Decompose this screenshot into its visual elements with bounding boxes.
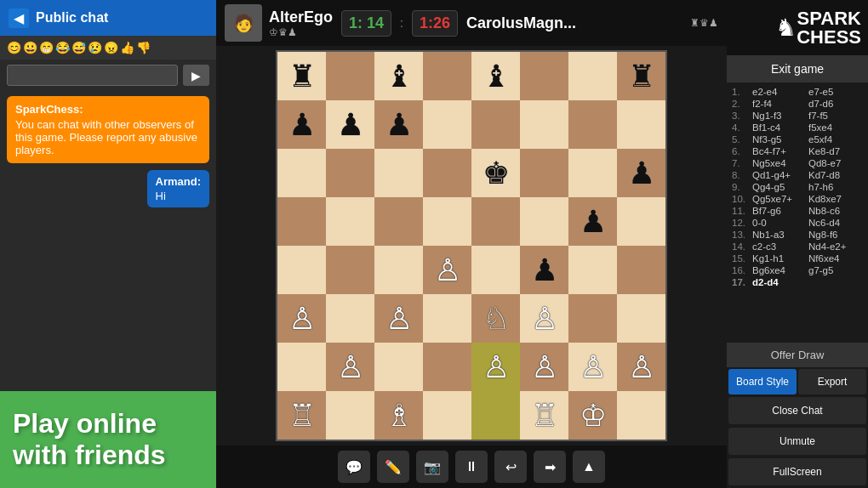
board-cell-14[interactable] bbox=[568, 100, 617, 149]
emoji-8[interactable]: 👍 bbox=[120, 41, 134, 54]
board-cell-11[interactable] bbox=[423, 100, 471, 149]
move-white[interactable]: Bf7-g6 bbox=[752, 206, 807, 216]
board-cell-54[interactable]: ♙ bbox=[568, 343, 617, 391]
move-white[interactable]: Qd1-g4+ bbox=[752, 170, 807, 180]
board-cell-12[interactable] bbox=[471, 100, 520, 149]
board-cell-29[interactable] bbox=[520, 197, 568, 246]
close-chat-button[interactable]: Close Chat bbox=[728, 397, 866, 424]
move-black[interactable]: e5xf4 bbox=[808, 134, 863, 145]
move-black[interactable]: Nc6-d4 bbox=[808, 218, 863, 228]
board-cell-48[interactable] bbox=[277, 343, 326, 391]
board-cell-28[interactable] bbox=[471, 197, 520, 246]
emoji-7[interactable]: 😠 bbox=[104, 41, 118, 54]
board-cell-3[interactable] bbox=[423, 52, 471, 100]
board-cell-60[interactable] bbox=[471, 391, 520, 440]
emoji-3[interactable]: 😁 bbox=[39, 41, 54, 54]
export-button[interactable]: Export bbox=[798, 369, 866, 394]
board-cell-41[interactable] bbox=[326, 294, 374, 343]
board-cell-30[interactable]: ♟ bbox=[568, 197, 617, 246]
board-cell-38[interactable] bbox=[568, 246, 617, 294]
move-black[interactable]: g7-g5 bbox=[808, 265, 863, 275]
board-cell-39[interactable] bbox=[617, 246, 665, 294]
board-cell-26[interactable] bbox=[374, 197, 423, 246]
exit-game-button[interactable]: Exit game bbox=[727, 55, 868, 82]
offer-draw-button[interactable]: Offer Draw bbox=[727, 343, 868, 367]
board-cell-2[interactable]: ♝ bbox=[374, 52, 423, 100]
board-cell-36[interactable] bbox=[471, 246, 520, 294]
board-cell-23[interactable]: ♟ bbox=[617, 149, 665, 197]
board-cell-5[interactable] bbox=[520, 52, 568, 100]
board-cell-61[interactable]: ♖ bbox=[520, 391, 568, 440]
board-cell-8[interactable]: ♟ bbox=[277, 100, 326, 149]
board-cell-43[interactable] bbox=[423, 294, 471, 343]
board-cell-50[interactable] bbox=[374, 343, 423, 391]
chat-back-button[interactable]: ◀ bbox=[9, 9, 29, 28]
board-cell-51[interactable] bbox=[423, 343, 471, 391]
board-cell-34[interactable] bbox=[374, 246, 423, 294]
board-cell-18[interactable] bbox=[374, 149, 423, 197]
move-black[interactable]: Kd8xe7 bbox=[808, 194, 863, 204]
board-cell-10[interactable]: ♟ bbox=[374, 100, 423, 149]
board-cell-17[interactable] bbox=[326, 149, 374, 197]
chat-toolbar-button[interactable]: 💬 bbox=[338, 451, 370, 483]
board-cell-4[interactable]: ♝ bbox=[471, 52, 520, 100]
emoji-6[interactable]: 😢 bbox=[88, 41, 102, 54]
move-black[interactable]: Ng8-f6 bbox=[808, 230, 863, 240]
board-cell-27[interactable] bbox=[423, 197, 471, 246]
board-cell-49[interactable]: ♙ bbox=[326, 343, 374, 391]
edit-toolbar-button[interactable]: ✏️ bbox=[377, 451, 409, 483]
board-cell-24[interactable] bbox=[277, 197, 326, 246]
move-black[interactable]: d7-d6 bbox=[808, 99, 863, 109]
pause-toolbar-button[interactable]: ⏸ bbox=[455, 451, 488, 483]
move-white[interactable]: Bf1-c4 bbox=[752, 122, 807, 133]
board-cell-47[interactable] bbox=[617, 294, 665, 343]
move-white[interactable]: e2-e4 bbox=[752, 87, 807, 97]
undo-toolbar-button[interactable]: ↩ bbox=[494, 451, 527, 483]
board-cell-13[interactable] bbox=[520, 100, 568, 149]
board-cell-46[interactable] bbox=[568, 294, 617, 343]
move-white[interactable]: 0-0 bbox=[752, 218, 807, 228]
board-cell-25[interactable] bbox=[326, 197, 374, 246]
fullscreen-button[interactable]: FullScreen bbox=[728, 458, 866, 485]
board-cell-53[interactable]: ♙ bbox=[520, 343, 568, 391]
move-white[interactable]: Nf3-g5 bbox=[752, 134, 807, 145]
board-cell-0[interactable]: ♜ bbox=[277, 52, 326, 100]
move-white[interactable]: d2-d4 bbox=[752, 277, 807, 287]
move-white[interactable]: Qg5xe7+ bbox=[752, 194, 807, 204]
emoji-5[interactable]: 😅 bbox=[71, 41, 86, 54]
move-white[interactable]: Bc4-f7+ bbox=[752, 146, 807, 156]
board-cell-16[interactable] bbox=[277, 149, 326, 197]
board-cell-63[interactable] bbox=[617, 391, 665, 440]
board-cell-1[interactable] bbox=[326, 52, 374, 100]
move-white[interactable]: f2-f4 bbox=[752, 99, 807, 109]
up-toolbar-button[interactable]: ▲ bbox=[573, 451, 605, 483]
chat-send-button[interactable]: ▶ bbox=[183, 65, 209, 86]
board-cell-55[interactable]: ♙ bbox=[617, 343, 665, 391]
redo-toolbar-button[interactable]: ➡ bbox=[534, 451, 566, 483]
board-cell-62[interactable]: ♔ bbox=[568, 391, 617, 440]
move-black[interactable]: Nf6xe4 bbox=[808, 253, 863, 264]
board-cell-35[interactable]: ♙ bbox=[423, 246, 471, 294]
board-cell-58[interactable]: ♗ bbox=[374, 391, 423, 440]
board-cell-21[interactable] bbox=[520, 149, 568, 197]
board-cell-52[interactable]: ♙ bbox=[471, 343, 520, 391]
unmute-button[interactable]: Unmute bbox=[728, 428, 866, 455]
move-black[interactable]: Nd4-e2+ bbox=[808, 241, 863, 252]
board-cell-57[interactable] bbox=[326, 391, 374, 440]
board-cell-22[interactable] bbox=[568, 149, 617, 197]
emoji-9[interactable]: 👎 bbox=[136, 41, 151, 54]
board-cell-9[interactable]: ♟ bbox=[326, 100, 374, 149]
board-cell-45[interactable]: ♙ bbox=[520, 294, 568, 343]
move-white[interactable]: Nb1-a3 bbox=[752, 230, 807, 240]
move-white[interactable]: Bg6xe4 bbox=[752, 265, 807, 275]
move-black[interactable]: h7-h6 bbox=[808, 182, 863, 192]
board-cell-19[interactable] bbox=[423, 149, 471, 197]
chat-input[interactable] bbox=[7, 65, 178, 86]
move-black[interactable]: Ke8-d7 bbox=[808, 146, 863, 156]
board-cell-6[interactable] bbox=[568, 52, 617, 100]
board-cell-44[interactable]: ♘ bbox=[471, 294, 520, 343]
board-cell-7[interactable]: ♜ bbox=[617, 52, 665, 100]
emoji-4[interactable]: 😂 bbox=[55, 41, 70, 54]
board-cell-33[interactable] bbox=[326, 246, 374, 294]
move-white[interactable]: Qg4-g5 bbox=[752, 182, 807, 192]
